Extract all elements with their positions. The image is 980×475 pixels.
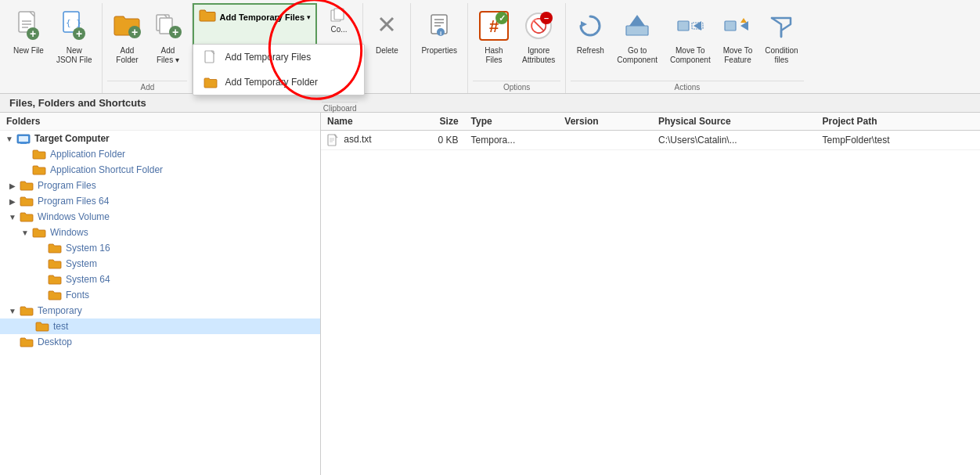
pf-label: Program Files bbox=[38, 180, 96, 191]
move-to-component-button[interactable]: Move ToComponent bbox=[665, 5, 716, 74]
name-column-header[interactable]: Name bbox=[321, 113, 406, 131]
toolbar-items-actions: Refresh Go toComponent bbox=[571, 5, 803, 79]
type-column-header[interactable]: Type bbox=[465, 113, 559, 131]
app-folder-icon bbox=[31, 148, 47, 160]
target-computer-label: Target Computer bbox=[34, 133, 110, 144]
ignore-attributes-icon: 🚫 – bbox=[523, 9, 554, 43]
app-shortcut-icon bbox=[31, 164, 47, 176]
expand-icon-temp: ▼ bbox=[6, 307, 19, 315]
physical-source-column-header[interactable]: Physical Source bbox=[652, 113, 816, 131]
condition-files-button[interactable]: Conditionfiles bbox=[759, 5, 803, 74]
svg-rect-46 bbox=[20, 142, 27, 144]
hash-files-button[interactable]: # ✓ HashFiles bbox=[473, 5, 515, 74]
app-folder-label: Application Folder bbox=[50, 149, 125, 160]
refresh-icon bbox=[576, 9, 604, 43]
table-row[interactable]: asd.txt 0 KB Tempora... C:\Users\Catalin… bbox=[321, 131, 980, 150]
tree-item-test[interactable]: test bbox=[0, 318, 320, 334]
move-to-feature-button[interactable]: Move ToFeature bbox=[718, 5, 758, 74]
new-file-label: New File bbox=[13, 46, 44, 56]
tree-item-program-files-64[interactable]: ▶ Program Files 64 bbox=[0, 193, 320, 209]
temp-folder-icon bbox=[203, 74, 218, 90]
tree-item-desktop[interactable]: Desktop bbox=[0, 334, 320, 350]
toolbar-group-options: # ✓ HashFiles 🚫 – IgnoreAttributes bbox=[468, 3, 566, 93]
ignore-attributes-button[interactable]: 🚫 – IgnoreAttributes bbox=[517, 5, 560, 74]
new-file-button[interactable]: + New File bbox=[8, 5, 49, 74]
file-path-cell: TempFolder\test bbox=[816, 131, 980, 150]
copy-button[interactable]: Co... bbox=[322, 5, 356, 36]
ignore-attributes-label: IgnoreAttributes bbox=[522, 46, 555, 65]
svg-rect-16 bbox=[205, 51, 214, 63]
files-table: Name Size Type Version Physical Source P… bbox=[321, 113, 980, 150]
new-json-icon: { } + bbox=[62, 9, 87, 43]
refresh-button[interactable]: Refresh bbox=[571, 5, 610, 74]
svg-text:–: – bbox=[544, 13, 549, 23]
dropdown-arrow-icon: ▾ bbox=[307, 13, 311, 21]
svg-rect-18 bbox=[334, 9, 344, 20]
tree-header: Folders bbox=[0, 113, 320, 131]
new-json-label: NewJSON File bbox=[56, 46, 92, 65]
svg-rect-45 bbox=[19, 136, 28, 142]
add-temp-files-label: Add Temporary Files bbox=[225, 52, 311, 63]
size-column-header[interactable]: Size bbox=[406, 113, 465, 131]
goto-component-button[interactable]: Go toComponent bbox=[611, 5, 663, 74]
tree-item-program-files[interactable]: ▶ Program Files bbox=[0, 178, 320, 193]
add-files-button[interactable]: + AddFiles ▾ bbox=[148, 5, 187, 74]
move-to-component-icon bbox=[676, 9, 704, 43]
add-temp-container: Add Temporary Files ▾ Add Temporary File… bbox=[199, 8, 311, 88]
add-temp-top-row: Add Temporary Files ▾ bbox=[199, 8, 311, 26]
section-title: Files, Folders and Shortcuts bbox=[0, 94, 980, 113]
goto-label: Go toComponent bbox=[617, 46, 658, 65]
properties-button[interactable]: i Properties bbox=[416, 5, 463, 74]
file-version-cell bbox=[558, 131, 652, 150]
test-folder-icon bbox=[34, 320, 50, 333]
tree-item-system64[interactable]: System 64 bbox=[0, 272, 320, 287]
expand-icon-target: ▼ bbox=[3, 135, 16, 143]
tree-panel: Folders ▼ Target Computer Application Fo… bbox=[0, 113, 321, 475]
version-column-header[interactable]: Version bbox=[558, 113, 652, 131]
actions-group-label: Actions bbox=[571, 81, 803, 92]
add-temp-folder-item[interactable]: Add Temporary Folder bbox=[193, 70, 364, 95]
tree-item-windows[interactable]: ▼ Windows bbox=[0, 225, 320, 240]
tree-item-app-shortcut-folder[interactable]: Application Shortcut Folder bbox=[0, 162, 320, 178]
file-size-cell: 0 KB bbox=[406, 131, 465, 150]
properties-icon: i bbox=[427, 9, 452, 43]
svg-text:+: + bbox=[132, 26, 138, 38]
files-panel: Name Size Type Version Physical Source P… bbox=[321, 113, 980, 475]
add-files-icon: + bbox=[153, 9, 182, 43]
app-shortcut-label: Application Shortcut Folder bbox=[50, 164, 163, 175]
tree-item-system[interactable]: System bbox=[0, 256, 320, 272]
refresh-label: Refresh bbox=[577, 46, 604, 56]
toolbar-group-add: + AddFolder + AddFiles ▾ Add bbox=[103, 3, 193, 93]
pf64-label: Program Files 64 bbox=[38, 196, 109, 207]
svg-rect-36 bbox=[626, 26, 648, 35]
move-to-component-label: Move ToComponent bbox=[670, 46, 711, 65]
sys-icon bbox=[47, 257, 63, 270]
svg-rect-41 bbox=[725, 21, 736, 31]
toolbar: + New File { } + NewJSON File bbox=[0, 0, 980, 94]
tree-item-windows-volume[interactable]: ▼ Windows Volume bbox=[0, 209, 320, 225]
tree-item-application-folder[interactable]: Application Folder bbox=[0, 146, 320, 162]
condition-files-label: Conditionfiles bbox=[765, 46, 798, 65]
hash-files-label: HashFiles bbox=[485, 46, 503, 65]
delete-button[interactable]: Delete bbox=[368, 5, 405, 74]
tree-item-fonts[interactable]: Fonts bbox=[0, 287, 320, 303]
move-to-feature-icon bbox=[723, 9, 751, 43]
tree-item-target-computer[interactable]: ▼ Target Computer bbox=[0, 131, 320, 146]
add-folder-button[interactable]: + AddFolder bbox=[107, 5, 146, 74]
sys-label: System bbox=[66, 258, 97, 269]
tree-item-temporary[interactable]: ▼ Temporary bbox=[0, 303, 320, 318]
toolbar-group-actions: Refresh Go toComponent bbox=[566, 3, 808, 93]
add-temp-files-item[interactable]: Add Temporary Files bbox=[193, 45, 364, 70]
new-json-file-button[interactable]: { } + NewJSON File bbox=[51, 5, 98, 74]
new-file-icon: + bbox=[16, 9, 41, 43]
add-temp-label: Add Temporary Files bbox=[219, 13, 304, 22]
main-panel: Folders ▼ Target Computer Application Fo… bbox=[0, 113, 980, 475]
project-path-column-header[interactable]: Project Path bbox=[816, 113, 980, 131]
toolbar-group-add-temp: Add Temporary Files ▾ Add Temporary File… bbox=[193, 3, 317, 93]
add-group-label: Add bbox=[107, 81, 187, 92]
svg-text:+: + bbox=[30, 27, 36, 40]
win-icon bbox=[31, 226, 47, 239]
condition-files-icon bbox=[767, 9, 795, 43]
tree-item-system16[interactable]: System 16 bbox=[0, 240, 320, 256]
wv-label: Windows Volume bbox=[38, 211, 110, 222]
